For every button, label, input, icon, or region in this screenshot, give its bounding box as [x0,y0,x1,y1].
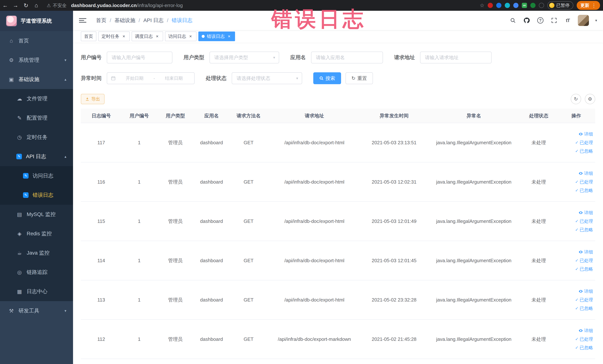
extension-icon-3[interactable] [505,3,510,8]
search-button[interactable]: 搜索 [313,72,341,84]
ignored-link[interactable]: ✓已忽略 [575,227,593,233]
reload-icon[interactable]: ↻ [21,2,31,9]
sidebar-item-system-management[interactable]: ⚙ 系统管理 ▾ [0,50,73,70]
chevron-down-icon: ▾ [65,309,66,313]
detail-link[interactable]: 详细 [579,328,593,334]
sidebar-item-label: 访问日志 [33,172,53,179]
back-icon[interactable]: ← [0,2,10,9]
app-logo[interactable]: 芋道管理系统 [0,11,73,31]
help-icon[interactable]: ? [537,17,544,24]
column-settings-button[interactable]: ⚙ [585,94,595,104]
app-name-input[interactable] [311,52,383,63]
sidebar-item-redis-monitor[interactable]: ◈ Redis 监控 [0,224,73,243]
update-button[interactable]: 更新 ⋮ [577,1,600,10]
font-size-icon[interactable]: tT [564,17,571,24]
status-select[interactable]: 请选择处理状态 ▾ [232,72,302,84]
export-button[interactable]: 导出 [81,94,104,104]
request-url-input[interactable] [420,52,492,63]
extension-icon-4[interactable] [513,3,519,8]
search-icon[interactable] [509,17,517,24]
sidebar-item-infrastructure[interactable]: ▣ 基础设施 ▴ [0,70,73,89]
forward-icon[interactable]: → [10,2,21,9]
tab-access-log[interactable]: 访问日志× [165,32,197,41]
tab-home[interactable]: 首页 [81,32,96,41]
sidebar-item-error-log[interactable]: ✎ 错误日志 [0,186,73,205]
processed-link[interactable]: ✓已处理 [575,140,593,146]
tab-error-log[interactable]: 错误日志× [198,32,235,41]
extension-icon-6[interactable] [539,3,544,8]
check-icon: ✓ [575,297,579,302]
date-range-picker[interactable]: 开始日期 - 结束日期 [107,72,195,84]
close-icon[interactable]: × [155,34,160,39]
processed-link[interactable]: ✓已处理 [575,258,593,263]
sidebar-item-api-logs[interactable]: ✎ API 日志 ▴ [0,147,73,166]
detail-link[interactable]: 详细 [579,210,593,216]
check-icon: ✓ [575,345,579,350]
detail-link[interactable]: 详细 [579,249,593,255]
sidebar-item-mysql-monitor[interactable]: ▤ MySQL 监控 [0,205,73,224]
breadcrumb-separator: / [139,17,140,23]
bookmark-star-icon[interactable]: ☆ [480,2,484,9]
cell-app-name: dashboard [194,202,229,241]
cell-user-id: 1 [122,163,157,201]
date-end-placeholder: 结束日期 [157,75,191,81]
sidebar-item-link-tracing[interactable]: ◎ 链路追踪 [0,263,73,282]
filter-status: 处理状态 请选择处理状态 ▾ [206,72,302,84]
user-type-select[interactable]: 请选择用户类型 ▾ [209,52,279,63]
ignored-link[interactable]: ✓已忽略 [575,148,593,154]
extension-on-icon[interactable]: on [522,3,527,8]
processed-link[interactable]: ✓已处理 [575,218,593,224]
extension-icon-5[interactable] [530,3,535,8]
cell-user-type: 管理员 [157,280,194,319]
close-icon[interactable]: × [121,34,127,39]
detail-link[interactable]: 详细 [579,288,593,294]
sidebar-item-scheduled-jobs[interactable]: ◷ 定时任务 [0,128,73,147]
fullscreen-icon[interactable] [550,17,558,24]
sidebar-item-file-management[interactable]: ☁ 文件管理 [0,89,73,108]
ignored-link[interactable]: ✓已忽略 [575,345,593,351]
ignored-link[interactable]: ✓已忽略 [575,305,593,311]
user-id-input[interactable] [107,52,172,63]
sidebar-item-access-log[interactable]: ✎ 访问日志 [0,166,73,186]
cell-method: GET [229,163,268,201]
extension-icon-1[interactable] [488,3,493,8]
sidebar-item-log-center[interactable]: ▦ 日志中心 [0,282,73,301]
ignored-link[interactable]: ✓已忽略 [575,266,593,272]
sidebar-item-home[interactable]: ⌂ 首页 [0,31,73,50]
sidebar-toggle-icon[interactable] [79,18,86,23]
breadcrumb-api-logs[interactable]: API 日志 [143,17,164,24]
processed-link[interactable]: ✓已处理 [575,336,593,342]
extension-icon-2[interactable] [496,3,501,8]
security-chip[interactable]: ⚠ 不安全 [47,2,67,9]
table-row: 114 1 管理员 dashboard GET /api/infra/db-do… [81,241,595,280]
cell-exception: java.lang.IllegalArgumentException [428,241,520,280]
cell-user-id: 1 [122,241,157,280]
user-avatar[interactable] [578,15,589,26]
refresh-button[interactable]: ↻ [571,94,581,104]
reset-button[interactable]: ↻ 重置 [346,72,373,84]
ignored-link[interactable]: ✓已忽略 [575,188,593,193]
processed-link[interactable]: ✓已处理 [575,297,593,303]
sidebar-item-java-monitor[interactable]: ☕ Java 监控 [0,243,73,263]
detail-link[interactable]: 详细 [579,131,593,137]
paused-badge[interactable]: 已暂停 [547,1,573,10]
github-icon[interactable] [523,17,530,24]
breadcrumb-infrastructure[interactable]: 基础设施 [115,17,135,24]
gear-icon: ⚙ [8,57,14,63]
detail-link[interactable]: 详细 [579,170,593,176]
breadcrumb-home[interactable]: 首页 [96,17,106,24]
avatar-caret-icon[interactable]: ▾ [595,18,597,23]
paused-label: 已暂停 [556,2,570,8]
sidebar-item-dev-tools[interactable]: ⚒ 研发工具 ▾ [0,301,73,320]
sidebar-item-config-management[interactable]: ✎ 配置管理 [0,108,73,128]
close-icon[interactable]: × [188,34,193,39]
close-icon[interactable]: × [227,34,232,39]
home-nav-icon[interactable]: ⌂ [31,2,42,9]
address-bar[interactable]: dashboard.yudao.iocoder.cn/infra/log/api… [71,3,183,8]
cell-actions: 详细 ✓已处理 ✓已忽略 [557,123,595,162]
cell-url: /api/infra/db-doc/export-markdown [268,320,361,359]
tab-dispatch-log[interactable]: 调度日志× [132,32,163,41]
tab-scheduled-jobs[interactable]: 定时任务× [98,32,130,41]
processed-link[interactable]: ✓已处理 [575,179,593,185]
browser-menu-icon[interactable]: ⋮ [591,3,596,8]
